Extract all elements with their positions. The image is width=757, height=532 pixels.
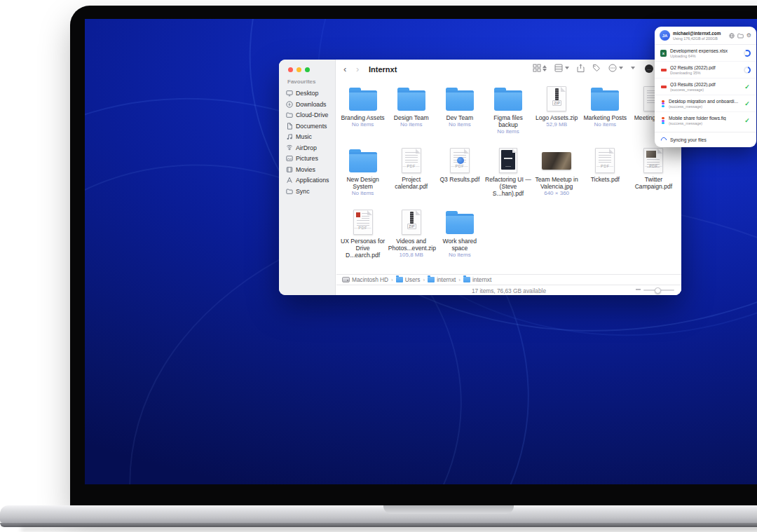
gear-icon[interactable]: ⚙: [746, 33, 751, 39]
sidebar-item-pictures[interactable]: Pictures: [286, 154, 318, 163]
fullscreen-button[interactable]: [305, 67, 310, 72]
file-meta: No items: [352, 121, 374, 128]
back-icon[interactable]: ‹: [343, 64, 346, 74]
sidebar-item-label: Documents: [296, 123, 327, 130]
folder-icon: [349, 90, 377, 111]
sidebar-item-airdrop[interactable]: AirDrop: [286, 143, 317, 153]
transfer-row[interactable]: Q3 Results (2022).pdf (success_message) …: [655, 79, 756, 95]
file-item[interactable]: New Design System No items: [339, 142, 387, 204]
breadcrumb-item[interactable]: internxt: [463, 276, 491, 283]
file-name: Figma files backup: [485, 114, 531, 128]
pdf-file-icon: PDF: [353, 210, 373, 235]
file-name: Branding Assets: [341, 114, 385, 121]
sidebar-item-sync[interactable]: Sync: [286, 186, 310, 196]
transfer-row[interactable]: x Development expenses.xlsx Uploading 64…: [655, 45, 756, 62]
file-item[interactable]: PDF Twitter Campaign.pdf: [629, 142, 678, 204]
breadcrumb-item[interactable]: internxt: [428, 276, 456, 283]
icon-size-slider[interactable]: [643, 289, 674, 291]
sync-status-label: Syncing your files: [670, 137, 707, 142]
file-name: Work shared space: [437, 238, 483, 252]
folder-icon[interactable]: [737, 33, 744, 39]
group-icon: [554, 64, 563, 72]
file-meta: 52,9 MB: [546, 121, 567, 128]
icon-size-dash: [636, 289, 641, 290]
file-meta: No items: [352, 190, 374, 197]
file-item[interactable]: ZIP Videos and Photos...event.zip 105,8 …: [387, 204, 435, 266]
transfer-row[interactable]: Q2 Results (2022).pdf Downloading 35%: [655, 62, 756, 79]
forward-icon[interactable]: ›: [356, 64, 359, 74]
folder-icon: [446, 90, 474, 111]
transfer-status: (success_message): [669, 104, 740, 109]
file-name: Q3 Results.pdf: [439, 176, 479, 183]
breadcrumb-item[interactable]: Users: [396, 276, 421, 283]
file-item[interactable]: Team Meetup in Valencia.jpg 640 × 360: [533, 142, 581, 204]
file-item[interactable]: Marketing Posts No items: [581, 81, 629, 142]
file-item[interactable]: Dev Team No items: [435, 81, 484, 142]
figma-file-icon: [660, 100, 665, 107]
account-usage: Using 176,42GB of 200GB: [673, 36, 726, 41]
sidebar-item-movies[interactable]: Movies: [286, 165, 315, 175]
transfer-row[interactable]: Mobile share folder flows.fig (success_m…: [655, 112, 756, 129]
toolbar-overflow-chevron-icon[interactable]: [631, 67, 635, 69]
file-item[interactable]: PDF Tickets.pdf: [581, 142, 629, 204]
file-item[interactable]: Refactoring UI — (Steve S...han).pdf: [484, 142, 532, 204]
file-item[interactable]: PDF Project calendar.pdf: [387, 142, 435, 204]
file-item[interactable]: ZIP Logo Assets.zip 52,9 MB: [533, 81, 581, 142]
finder-window: Favourites Desktop Downloads Cloud-Drive…: [279, 60, 681, 295]
sidebar: Favourites Desktop Downloads Cloud-Drive…: [279, 60, 336, 295]
document-icon: [286, 123, 293, 130]
grid-view-icon: [533, 64, 541, 72]
sidebar-item-label: Desktop: [296, 90, 318, 97]
avatar: JA: [660, 30, 670, 41]
folder-icon: [397, 90, 425, 111]
image-thumbnail-icon: [542, 152, 571, 170]
file-item[interactable]: Branding Assets No items: [339, 81, 387, 142]
folder-icon: [286, 188, 293, 195]
tag-icon: [592, 64, 601, 72]
file-name: Logo Assets.zip: [536, 114, 578, 121]
sidebar-item-cloud-drive[interactable]: Cloud-Drive: [286, 110, 328, 120]
file-item[interactable]: Design Team No items: [387, 81, 435, 142]
file-meta: No items: [400, 121, 423, 128]
breadcrumb-separator: ›: [458, 277, 461, 283]
sidebar-item-downloads[interactable]: Downloads: [286, 100, 327, 109]
view-grid-button[interactable]: [533, 64, 547, 72]
actions-button[interactable]: [608, 64, 623, 72]
slider-knob[interactable]: [655, 287, 661, 294]
file-item[interactable]: PDF UX Personas for Drive D...earch.pdf: [339, 204, 387, 266]
applications-icon: [286, 177, 293, 184]
macbook-base: [0, 505, 757, 523]
tags-button[interactable]: [592, 64, 601, 72]
folder-icon: [286, 111, 293, 118]
sidebar-item-applications[interactable]: Applications: [286, 175, 329, 185]
minimize-button[interactable]: [296, 67, 301, 72]
path-bar: Macintosh HD › Users › internxt › intern…: [336, 274, 681, 285]
file-name: Refactoring UI — (Steve S...han).pdf: [485, 176, 531, 197]
sidebar-item-music[interactable]: Music: [286, 132, 312, 142]
transfer-row[interactable]: Desktop migration and onboardi... (succe…: [655, 95, 756, 112]
file-item[interactable]: PDF Q3 Results.pdf: [435, 142, 484, 204]
close-button[interactable]: [288, 67, 293, 72]
file-meta: 640 × 360: [544, 190, 569, 197]
file-item[interactable]: Figma files backup No items: [484, 81, 532, 142]
sidebar-item-label: Music: [296, 133, 312, 140]
account-email: michael@internxt.com: [673, 31, 726, 36]
breadcrumb-item[interactable]: Macintosh HD: [342, 276, 388, 283]
status-summary: 17 items, 76,63 GB available: [336, 287, 681, 294]
globe-icon[interactable]: [729, 33, 735, 39]
file-item[interactable]: Work shared space No items: [435, 204, 484, 266]
group-by-button[interactable]: [554, 64, 569, 72]
sidebar-item-documents[interactable]: Documents: [286, 121, 327, 131]
file-meta: 105,8 MB: [400, 252, 423, 259]
sidebar-item-desktop[interactable]: Desktop: [286, 88, 318, 98]
transfer-status: Uploading 64%: [670, 54, 740, 58]
music-icon: [286, 133, 293, 140]
pdf-file-icon: PDF: [450, 148, 470, 173]
file-name: Marketing Posts: [583, 114, 627, 121]
share-button[interactable]: [577, 64, 585, 72]
zip-file-icon: ZIP: [402, 210, 421, 235]
folder-icon: [396, 277, 403, 282]
toolbar-extra-icon[interactable]: …: [645, 64, 653, 73]
file-meta: No items: [449, 252, 471, 259]
progress-ring-icon: [744, 50, 751, 57]
